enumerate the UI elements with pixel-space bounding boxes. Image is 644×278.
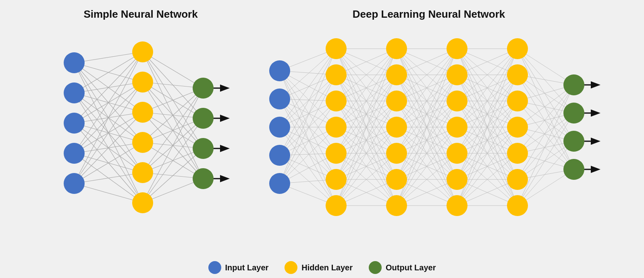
hidden-node bbox=[132, 72, 153, 93]
svg-line-25 bbox=[74, 82, 143, 183]
deep-output-node bbox=[563, 159, 584, 180]
output-node bbox=[193, 138, 214, 159]
output-node bbox=[193, 108, 214, 129]
deep-hidden3-node bbox=[447, 117, 467, 138]
simple-nn-diagram: Simple Neural Network // We'll draw ever… bbox=[34, 8, 247, 226]
deep-hidden3-node bbox=[447, 195, 467, 216]
deep-output-node bbox=[563, 74, 584, 95]
legend-input-circle bbox=[208, 261, 221, 274]
deep-hidden1-node bbox=[326, 38, 347, 59]
deep-hidden2-node bbox=[386, 143, 407, 164]
input-node bbox=[64, 143, 85, 164]
legend-output-circle bbox=[369, 261, 382, 274]
input-node bbox=[64, 113, 85, 134]
legend-hidden-circle bbox=[285, 261, 297, 274]
deep-hidden2-node bbox=[386, 195, 407, 216]
deep-input-node bbox=[269, 60, 290, 81]
input-node bbox=[64, 82, 85, 103]
diagrams-row: Simple Neural Network // We'll draw ever… bbox=[0, 0, 644, 254]
deep-hidden2-node bbox=[386, 38, 407, 59]
deep-hidden1-node bbox=[326, 143, 347, 164]
svg-line-6 bbox=[74, 52, 143, 93]
deep-hidden2-node bbox=[386, 169, 407, 190]
svg-line-51 bbox=[143, 118, 203, 203]
hidden-node bbox=[132, 132, 153, 153]
deep-input-node bbox=[269, 145, 290, 166]
deep-hidden4-node bbox=[507, 91, 528, 111]
deep-nn-title: Deep Learning Neural Network bbox=[353, 8, 505, 21]
input-node bbox=[64, 52, 85, 73]
svg-line-24 bbox=[74, 52, 143, 183]
deep-input-node bbox=[269, 173, 290, 194]
deep-hidden2-node bbox=[386, 64, 407, 85]
input-node bbox=[64, 173, 85, 194]
deep-hidden4-node bbox=[507, 64, 528, 85]
svg-line-18 bbox=[74, 52, 143, 153]
deep-hidden4-node bbox=[507, 117, 528, 138]
deep-hidden3-node bbox=[447, 64, 467, 85]
simple-nn-title: Simple Neural Network bbox=[83, 8, 197, 21]
deep-hidden3-node bbox=[447, 91, 467, 111]
legend-hidden-label: Hidden Layer bbox=[301, 263, 353, 272]
deep-hidden4-node bbox=[507, 169, 528, 190]
output-node bbox=[193, 78, 214, 99]
deep-hidden2-node bbox=[386, 91, 407, 111]
deep-nn-diagram: Deep Learning Neural Network bbox=[247, 8, 610, 226]
deep-hidden1-node bbox=[326, 169, 347, 190]
main-container: Simple Neural Network // We'll draw ever… bbox=[0, 0, 644, 278]
hidden-node bbox=[132, 41, 153, 62]
output-node bbox=[193, 168, 214, 189]
deep-output-node bbox=[563, 131, 584, 152]
svg-line-27 bbox=[74, 142, 143, 183]
legend-input: Input Layer bbox=[208, 261, 269, 274]
hidden-node bbox=[132, 192, 153, 213]
simple-nn-svg: // We'll draw everything inline via SVG … bbox=[34, 25, 247, 226]
hidden-node bbox=[132, 102, 153, 123]
deep-input-node bbox=[269, 117, 290, 138]
deep-input-node bbox=[269, 89, 290, 109]
deep-hidden4-node bbox=[507, 195, 528, 216]
deep-output-node bbox=[563, 103, 584, 124]
deep-hidden1-node bbox=[326, 195, 347, 216]
svg-line-62 bbox=[280, 71, 336, 153]
deep-hidden1-node bbox=[326, 117, 347, 138]
deep-hidden4-node bbox=[507, 38, 528, 59]
deep-hidden2-node bbox=[386, 117, 407, 138]
legend-output-label: Output Layer bbox=[386, 263, 436, 272]
svg-line-88 bbox=[280, 101, 336, 183]
hidden-node bbox=[132, 162, 153, 183]
legend-input-label: Input Layer bbox=[225, 263, 269, 272]
legend-output: Output Layer bbox=[369, 261, 436, 274]
deep-hidden3-node bbox=[447, 38, 467, 59]
deep-hidden4-node bbox=[507, 143, 528, 164]
legend-hidden: Hidden Layer bbox=[285, 261, 353, 274]
legend: Input Layer Hidden Layer Output Layer bbox=[0, 254, 644, 278]
deep-nn-svg bbox=[247, 25, 610, 226]
deep-hidden1-node bbox=[326, 91, 347, 111]
deep-hidden3-node bbox=[447, 143, 467, 164]
deep-hidden1-node bbox=[326, 64, 347, 85]
deep-hidden3-node bbox=[447, 169, 467, 190]
